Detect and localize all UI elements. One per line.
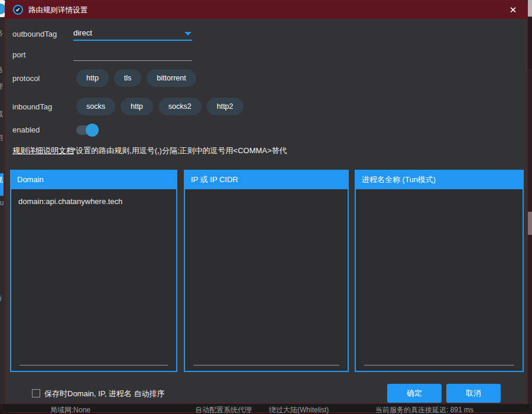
background-bottom-strip: 局域网:None 自动配置系统代理 绕过大陆(Whitelist) 当前服务的真… bbox=[0, 404, 532, 414]
comma-note-text: *设置的路由规则,用逗号(,)分隔;正则中的逗号用<COMMA>替代 bbox=[73, 145, 287, 156]
port-label: port bbox=[12, 50, 25, 59]
background-status-sysproxy: 自动配置系统代理 bbox=[195, 405, 252, 414]
inboundtag-label: inboundTag bbox=[12, 102, 52, 111]
enabled-toggle[interactable] bbox=[76, 124, 99, 137]
chevron-down-icon[interactable] bbox=[184, 32, 192, 35]
dialog-titlebar[interactable]: ✔ 路由规则详情设置 ✕ bbox=[5, 1, 527, 19]
ip-list[interactable] bbox=[184, 189, 349, 372]
inbound-chip-http2[interactable]: http2 bbox=[207, 98, 244, 115]
outboundtag-label: outboundTag bbox=[12, 30, 57, 38]
background-status-lan: 局域网:None bbox=[50, 405, 90, 414]
inbound-chip-http[interactable]: http bbox=[121, 98, 153, 115]
ip-panel-header: IP 或 IP CIDR bbox=[184, 170, 349, 189]
rule-doc-link[interactable]: 规则详细说明文档 bbox=[12, 145, 74, 156]
background-status-routing: 绕过大陆(Whitelist) bbox=[269, 405, 329, 414]
cancel-button[interactable]: 取消 bbox=[446, 384, 501, 403]
toggle-knob bbox=[86, 124, 99, 137]
ip-entry-input[interactable] bbox=[193, 365, 339, 366]
process-list[interactable] bbox=[355, 189, 524, 372]
inbound-chip-socks2[interactable]: socks2 bbox=[158, 98, 202, 115]
outboundtag-select[interactable]: direct bbox=[73, 28, 186, 37]
protocol-chip-group: http tls bittorrent bbox=[76, 69, 196, 87]
auto-sort-label: 保存时Domain, IP, 进程名 自动排序 bbox=[44, 389, 164, 399]
background-dark-block bbox=[528, 18, 532, 69]
inboundtag-chip-group: socks http socks2 http2 bbox=[76, 98, 244, 115]
auto-sort-checkbox[interactable] bbox=[32, 389, 40, 397]
protocol-chip-tls[interactable]: tls bbox=[114, 69, 142, 87]
process-entry-input[interactable] bbox=[364, 365, 514, 366]
background-status-latency: 当前服务的真连接延迟: 891 ms bbox=[375, 405, 473, 414]
domain-panel-header: Domain bbox=[10, 170, 177, 189]
protocol-label: protocol bbox=[12, 74, 40, 83]
protocol-chip-bittorrent[interactable]: bittorrent bbox=[147, 69, 196, 87]
ok-button[interactable]: 确定 bbox=[387, 384, 442, 403]
close-icon[interactable]: ✕ bbox=[507, 4, 520, 17]
v2rayn-logo-icon: ✔ bbox=[13, 5, 23, 15]
routing-rule-detail-dialog: ✔ 路由规则详情设置 ✕ outboundTag direct port pro… bbox=[5, 0, 528, 404]
background-corner bbox=[528, 0, 532, 17]
ip-panel: IP 或 IP CIDR bbox=[184, 170, 349, 372]
process-panel: 进程名全称 (Tun模式) bbox=[355, 170, 524, 372]
background-scrollbar-thumb[interactable] bbox=[528, 212, 532, 235]
list-item[interactable]: domain:api.chatanywhere.tech bbox=[11, 189, 176, 206]
process-panel-header: 进程名全称 (Tun模式) bbox=[355, 170, 524, 189]
domain-list[interactable]: domain:api.chatanywhere.tech bbox=[10, 189, 177, 372]
background-right-strip bbox=[528, 0, 532, 414]
dialog-title: 路由规则详情设置 bbox=[28, 5, 87, 15]
inbound-chip-socks[interactable]: socks bbox=[76, 98, 115, 115]
domain-entry-input[interactable] bbox=[20, 365, 168, 366]
protocol-chip-http[interactable]: http bbox=[76, 69, 109, 87]
enabled-label: enabled bbox=[12, 125, 40, 134]
port-input-underline bbox=[73, 60, 192, 61]
outboundtag-select-underline bbox=[73, 40, 192, 41]
domain-panel: Domain domain:api.chatanywhere.tech bbox=[10, 170, 177, 372]
